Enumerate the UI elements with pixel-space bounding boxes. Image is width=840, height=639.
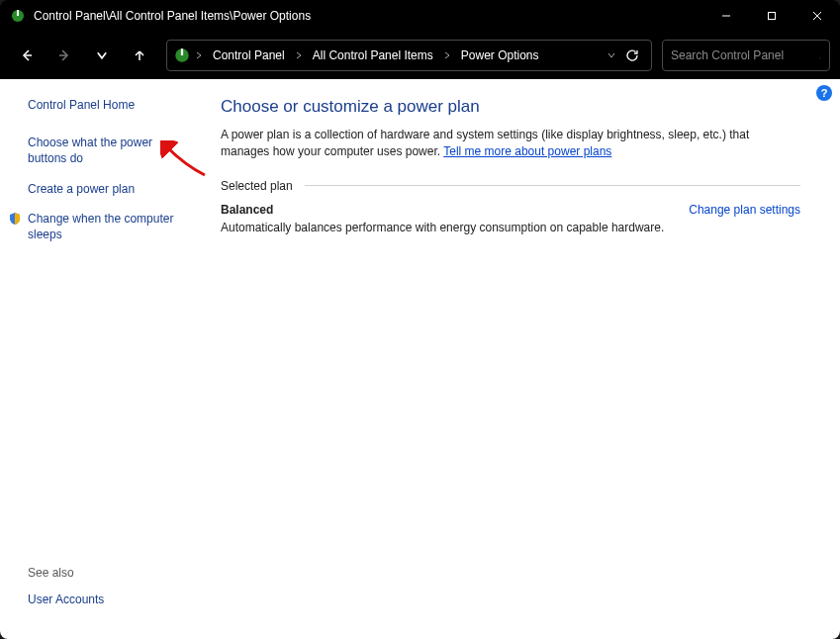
breadcrumb-all-items[interactable]: All Control Panel Items (307, 45, 439, 66)
recent-dropdown[interactable] (85, 39, 119, 72)
sidebar-link-sleep-label: Change when the computer sleeps (28, 212, 173, 241)
chevron-right-icon[interactable] (441, 51, 453, 59)
see-also-user-accounts[interactable]: User Accounts (28, 592, 191, 607)
help-button[interactable]: ? (816, 85, 832, 101)
sidebar: Control Panel Home Choose what the power… (0, 79, 203, 639)
chevron-down-icon[interactable] (606, 51, 617, 59)
svg-rect-3 (769, 13, 776, 20)
toolbar: Control Panel All Control Panel Items Po… (0, 32, 840, 79)
close-button[interactable] (794, 0, 840, 32)
breadcrumb-control-panel[interactable]: Control Panel (207, 45, 291, 66)
search-icon[interactable] (819, 48, 821, 62)
refresh-button[interactable] (619, 48, 645, 62)
address-app-icon (173, 46, 191, 64)
change-plan-settings-link[interactable]: Change plan settings (689, 203, 800, 217)
page-description: A power plan is a collection of hardware… (221, 127, 800, 161)
svg-rect-9 (181, 48, 183, 55)
chevron-right-icon[interactable] (293, 51, 305, 59)
search-input[interactable] (671, 48, 819, 62)
control-panel-home-link[interactable]: Control Panel Home (28, 97, 191, 113)
plan-description: Automatically balances performance with … (221, 221, 800, 234)
divider (305, 185, 800, 186)
search-box[interactable] (662, 40, 830, 71)
page-heading: Choose or customize a power plan (221, 97, 800, 117)
plan-name: Balanced (221, 203, 273, 217)
up-button[interactable] (123, 39, 156, 72)
tell-me-more-link[interactable]: Tell me more about power plans (443, 144, 611, 158)
back-button[interactable] (10, 39, 44, 72)
window-title: Control Panel\All Control Panel Items\Po… (34, 9, 703, 23)
forward-button[interactable] (47, 39, 81, 72)
shield-icon (8, 212, 22, 226)
svg-point-10 (819, 57, 820, 58)
section-label: Selected plan (221, 179, 293, 193)
app-icon (10, 8, 26, 24)
window-frame: Control Panel\All Control Panel Items\Po… (0, 0, 840, 639)
window-controls (703, 0, 840, 32)
titlebar: Control Panel\All Control Panel Items\Po… (0, 0, 840, 32)
section-header: Selected plan (221, 179, 800, 193)
sidebar-link-power-buttons[interactable]: Choose what the power buttons do (28, 135, 191, 166)
see-also-label: See also (28, 566, 191, 580)
chevron-right-icon[interactable] (193, 51, 205, 59)
sidebar-link-create-plan[interactable]: Create a power plan (28, 181, 191, 197)
content-area: ? Control Panel Home Choose what the pow… (0, 79, 840, 639)
plan-row: Balanced Change plan settings (221, 203, 800, 217)
minimize-button[interactable] (703, 0, 749, 32)
maximize-button[interactable] (749, 0, 794, 32)
address-bar[interactable]: Control Panel All Control Panel Items Po… (166, 40, 652, 71)
breadcrumb-power-options[interactable]: Power Options (455, 45, 545, 66)
svg-rect-1 (17, 10, 19, 16)
sidebar-link-sleep[interactable]: Change when the computer sleeps (28, 211, 191, 242)
main-panel: Choose or customize a power plan A power… (203, 79, 840, 639)
